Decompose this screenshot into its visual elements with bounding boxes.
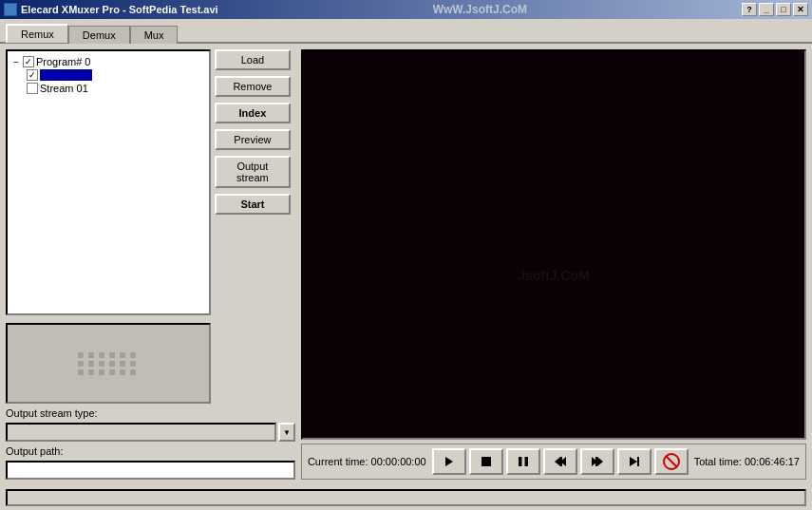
disable-button[interactable] bbox=[654, 448, 689, 475]
index-button[interactable]: Index bbox=[215, 103, 291, 123]
output-path-label: Output path: bbox=[6, 445, 295, 457]
svg-line-13 bbox=[666, 456, 677, 467]
remove-button[interactable]: Remove bbox=[215, 76, 291, 97]
maximize-button[interactable]: □ bbox=[776, 3, 791, 16]
progress-bar-container[interactable] bbox=[6, 489, 806, 506]
total-time-display: Total time: 00:06:46:17 bbox=[694, 456, 800, 467]
svg-marker-4 bbox=[555, 457, 560, 466]
tree-item-stream00[interactable]: Stream 00 bbox=[11, 68, 205, 82]
tree-label-stream01: Stream 01 bbox=[40, 83, 88, 94]
transport-area: Current time: 00:00:00:00 bbox=[301, 444, 806, 480]
transport-controls bbox=[432, 448, 689, 475]
load-button[interactable]: Load bbox=[215, 49, 291, 70]
fastforward-button[interactable] bbox=[580, 448, 614, 475]
app-icon bbox=[4, 3, 17, 16]
svg-marker-8 bbox=[597, 457, 603, 466]
left-panel: − Program# 0 Stream 00 Stream 01 bbox=[6, 49, 295, 480]
output-path-section: Output path: bbox=[6, 445, 295, 480]
tab-demux[interactable]: Demux bbox=[68, 26, 130, 44]
svg-rect-2 bbox=[519, 457, 522, 466]
svg-rect-9 bbox=[595, 457, 597, 466]
main-area: − Program# 0 Stream 00 Stream 01 bbox=[0, 44, 812, 485]
tree-label-stream00: Stream 00 bbox=[40, 69, 92, 81]
pause-button[interactable] bbox=[506, 448, 540, 475]
output-stream-dropdown[interactable]: ▼ bbox=[278, 423, 295, 442]
output-stream-type-input[interactable] bbox=[6, 423, 276, 442]
buttons-panel: Load Remove Index Preview Output stream … bbox=[215, 49, 295, 315]
video-watermark: JsoftJ.CoM bbox=[518, 268, 589, 283]
window-title: Elecard XMuxer Pro - SoftPedia Test.avi bbox=[21, 4, 218, 15]
help-button[interactable]: ? bbox=[742, 3, 757, 16]
output-stream-type-row: ▼ bbox=[6, 423, 295, 442]
title-watermark: WwW.JsoftJ.CoM bbox=[218, 3, 742, 16]
output-path-input[interactable] bbox=[6, 461, 295, 480]
window-content: Remux Demux Mux − Program# 0 bbox=[0, 19, 812, 510]
stop-button[interactable] bbox=[469, 448, 503, 475]
rewind-button[interactable] bbox=[543, 448, 577, 475]
svg-marker-0 bbox=[445, 457, 453, 466]
svg-marker-10 bbox=[630, 457, 637, 466]
play-button[interactable] bbox=[432, 448, 466, 475]
output-stream-section: Output stream type: ▼ bbox=[6, 407, 295, 442]
tree-view[interactable]: − Program# 0 Stream 00 Stream 01 bbox=[6, 49, 211, 315]
tab-bar: Remux Demux Mux bbox=[0, 19, 812, 44]
tree-label-program0: Program# 0 bbox=[36, 56, 90, 67]
close-button[interactable]: ✕ bbox=[793, 3, 808, 16]
tree-checkbox-stream01[interactable] bbox=[27, 83, 38, 94]
decorative-dots bbox=[6, 323, 211, 404]
tab-mux[interactable]: Mux bbox=[130, 26, 179, 44]
video-area: JsoftJ.CoM bbox=[301, 49, 806, 440]
tree-item-stream01[interactable]: Stream 01 bbox=[11, 82, 205, 95]
tree-expand-icon[interactable]: − bbox=[11, 57, 21, 67]
tree-item-program0[interactable]: − Program# 0 bbox=[11, 55, 205, 68]
output-stream-button[interactable]: Output stream bbox=[215, 156, 291, 188]
step-forward-button[interactable] bbox=[617, 448, 651, 475]
preview-button[interactable]: Preview bbox=[215, 129, 291, 150]
tree-checkbox-stream00[interactable] bbox=[27, 69, 38, 81]
panel-top-row: − Program# 0 Stream 00 Stream 01 bbox=[6, 49, 295, 315]
current-time-display: Current time: 00:00:00:00 bbox=[308, 456, 426, 467]
output-stream-type-label: Output stream type: bbox=[6, 407, 295, 419]
tree-checkbox-program0[interactable] bbox=[23, 56, 34, 67]
minimize-button[interactable]: _ bbox=[759, 3, 774, 16]
start-button[interactable]: Start bbox=[215, 194, 291, 215]
tab-remux[interactable]: Remux bbox=[6, 24, 68, 43]
svg-rect-1 bbox=[482, 457, 491, 466]
title-bar-title-group: Elecard XMuxer Pro - SoftPedia Test.avi bbox=[4, 3, 218, 16]
svg-rect-3 bbox=[524, 457, 528, 466]
title-bar: Elecard XMuxer Pro - SoftPedia Test.avi … bbox=[0, 0, 812, 19]
right-panel: JsoftJ.CoM Current time: 00:00:00:00 bbox=[301, 49, 806, 480]
title-bar-controls: ? _ □ ✕ bbox=[742, 3, 808, 16]
svg-rect-11 bbox=[637, 457, 639, 466]
